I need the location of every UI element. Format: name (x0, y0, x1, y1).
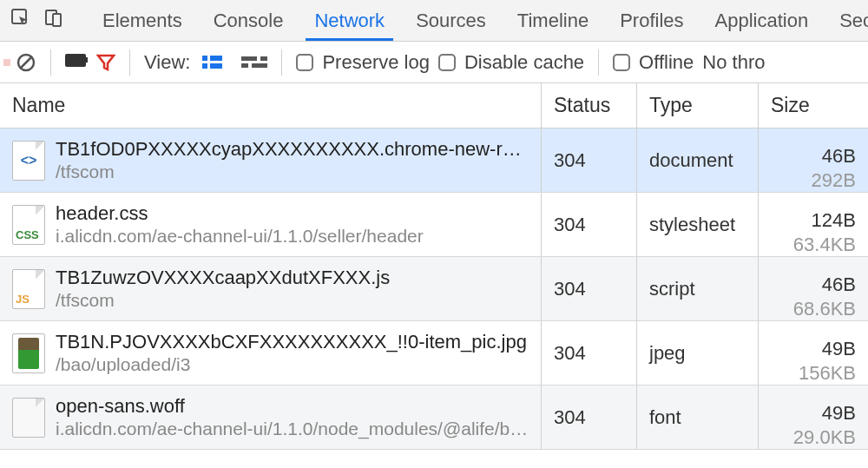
disable-cache-label: Disable cache (464, 51, 584, 74)
size-cell: 46B 292B (759, 129, 868, 192)
network-toolbar: View: Preserve log Disable cache Offline… (0, 42, 868, 83)
name-text: TB1N.PJOVXXXXbCXFXXXXXXXXXX_!!0-item_pic… (56, 330, 527, 377)
preserve-log-checkbox[interactable] (296, 54, 313, 71)
table-row[interactable]: JS TB1ZuwzOVXXXXcaapXXdutXFXXX.js /tfsco… (0, 257, 868, 321)
disable-cache-checkbox[interactable] (438, 54, 456, 71)
file-name: TB1ZuwzOVXXXXcaapXXdutXFXXX.js (56, 266, 390, 290)
tab-network[interactable]: Network (299, 0, 400, 41)
list-view-icon[interactable] (202, 56, 222, 69)
throttling-dropdown[interactable]: No thro (702, 51, 765, 74)
network-table-header: Name Status Type Size (0, 83, 868, 129)
size-cell: 46B 68.6KB (759, 257, 868, 320)
screenshot-icon[interactable] (65, 51, 88, 74)
type-cell: font (637, 386, 759, 449)
tab-profiles[interactable]: Profiles (604, 0, 699, 41)
name-text: open-sans.woff i.alicdn.com/ae-channel-u… (56, 394, 528, 441)
image-icon (12, 333, 45, 373)
table-row[interactable]: CSS header.css i.alicdn.com/ae-channel-u… (0, 193, 868, 257)
size-cell: 49B 29.0KB (759, 386, 868, 449)
column-header-size[interactable]: Size (759, 83, 868, 128)
name-text: TB1fOD0PXXXXXcyapXXXXXXXXXX.chrome-new-r… (56, 137, 529, 184)
tab-timeline[interactable]: Timeline (502, 0, 604, 41)
font-icon (12, 398, 45, 438)
separator (598, 49, 599, 76)
file-name: TB1N.PJOVXXXXbCXFXXXXXXXXXX_!!0-item_pic… (56, 330, 527, 354)
size-cell: 49B 156KB (759, 321, 868, 385)
name-cell: CSS header.css i.alicdn.com/ae-channel-u… (0, 193, 542, 256)
network-request-list: <> TB1fOD0PXXXXXcyapXXXXXXXXXX.chrome-ne… (0, 129, 868, 450)
css-icon: CSS (12, 205, 45, 245)
status-cell: 304 (542, 129, 637, 192)
tab-console[interactable]: Console (198, 0, 299, 41)
file-path: /bao/uploaded/i3 (56, 353, 527, 376)
name-text: TB1ZuwzOVXXXXcaapXXdutXFXXX.js /tfscom (56, 266, 390, 313)
view-label: View: (144, 51, 190, 74)
type-cell: script (637, 257, 759, 320)
status-cell: 304 (542, 321, 637, 385)
column-header-name[interactable]: Name (0, 83, 542, 128)
name-cell: open-sans.woff i.alicdn.com/ae-channel-u… (0, 386, 542, 449)
preserve-log-label: Preserve log (322, 51, 430, 74)
offline-label: Offline (639, 51, 694, 74)
column-header-type[interactable]: Type (637, 83, 759, 128)
file-name: TB1fOD0PXXXXXcyapXXXXXXXXXX.chrome-new-r… (56, 137, 529, 161)
name-cell: TB1N.PJOVXXXXbCXFXXXXXXXXXX_!!0-item_pic… (0, 321, 542, 385)
tab-security[interactable]: Secur (824, 0, 868, 41)
clear-icon[interactable] (16, 52, 36, 73)
file-path: /tfscom (56, 161, 529, 183)
column-header-status[interactable]: Status (542, 83, 637, 128)
device-toggle-icon[interactable] (43, 8, 64, 34)
file-path: /tfscom (56, 289, 390, 312)
status-cell: 304 (542, 386, 637, 449)
file-name: header.css (56, 201, 424, 226)
devtools-tab-bar: Elements Console Network Sources Timelin… (0, 0, 868, 42)
status-cell: 304 (542, 257, 637, 320)
svg-rect-5 (65, 54, 86, 67)
tab-bar-leading (7, 8, 73, 34)
status-cell: 304 (542, 193, 637, 256)
inspect-icon[interactable] (10, 8, 31, 34)
document-icon: <> (12, 141, 45, 181)
flat-view-icon[interactable] (241, 56, 267, 68)
js-icon: JS (12, 269, 45, 309)
separator (281, 49, 282, 76)
name-text: header.css i.alicdn.com/ae-channel-ui/1.… (56, 201, 424, 248)
table-row[interactable]: TB1N.PJOVXXXXbCXFXXXXXXXXXX_!!0-item_pic… (0, 321, 868, 386)
file-name: open-sans.woff (56, 394, 528, 419)
name-cell: <> TB1fOD0PXXXXXcyapXXXXXXXXXX.chrome-ne… (0, 129, 542, 192)
tab-elements[interactable]: Elements (87, 0, 198, 41)
size-cell: 124B 63.4KB (759, 193, 868, 256)
type-cell: document (637, 129, 759, 192)
svg-line-4 (20, 56, 32, 69)
filter-icon[interactable] (96, 53, 115, 72)
svg-rect-2 (53, 14, 61, 26)
type-cell: stylesheet (637, 193, 759, 256)
type-cell: jpeg (637, 321, 759, 385)
table-row[interactable]: open-sans.woff i.alicdn.com/ae-channel-u… (0, 386, 868, 450)
file-path: i.alicdn.com/ae-channel-ui/1.1.0/seller/… (56, 225, 424, 247)
table-row[interactable]: <> TB1fOD0PXXXXXcyapXXXXXXXXXX.chrome-ne… (0, 129, 868, 193)
separator (129, 49, 130, 76)
tab-sources[interactable]: Sources (400, 0, 502, 41)
separator (50, 49, 51, 76)
name-cell: JS TB1ZuwzOVXXXXcaapXXdutXFXXX.js /tfsco… (0, 257, 542, 320)
devtools-tabs: Elements Console Network Sources Timelin… (87, 0, 868, 41)
offline-checkbox[interactable] (613, 54, 630, 71)
tab-application[interactable]: Application (700, 0, 825, 41)
file-path: i.alicdn.com/ae-channel-ui/1.1.0/node_mo… (56, 418, 528, 440)
